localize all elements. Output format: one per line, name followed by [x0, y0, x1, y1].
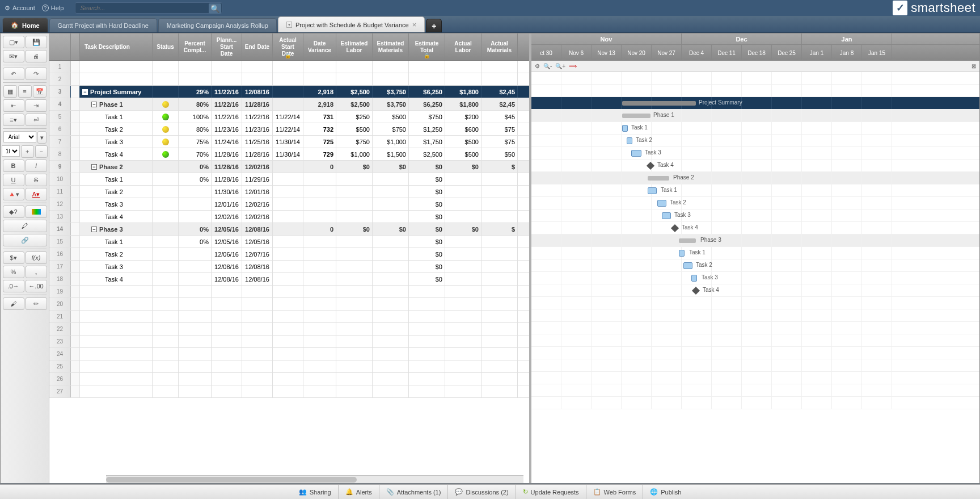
home-tab[interactable]: 🏠 Home	[2, 18, 48, 32]
table-row[interactable]: 15 Task 1 0% 12/05/16 12/05/16 $0	[49, 236, 529, 248]
discussions-button[interactable]: 💬Discussions (2)	[447, 485, 515, 499]
text-color-button[interactable]: A▾	[26, 188, 47, 200]
underline-button[interactable]: U	[3, 174, 24, 186]
link-button[interactable]: 🔗	[3, 234, 47, 246]
gantt-settings-icon[interactable]: ⚙	[535, 63, 540, 69]
table-row[interactable]: 12 Task 3 12/01/16 12/02/16 $0	[49, 198, 529, 211]
col-end[interactable]: End Date	[242, 33, 273, 60]
col-status[interactable]: Status	[153, 33, 179, 60]
expand-icon[interactable]: −	[91, 102, 97, 107]
web-forms-button[interactable]: 📋Web Forms	[586, 485, 643, 499]
table-row[interactable]: 9 −Phase 2 0% 11/28/16 12/02/16 0 $0 $0 …	[49, 161, 529, 173]
gantt-bar[interactable]	[631, 150, 641, 157]
fx-button[interactable]: f(x)	[26, 251, 47, 264]
wrap-button[interactable]: ⏎	[26, 114, 47, 126]
search-input[interactable]	[75, 2, 222, 14]
col-elab[interactable]: Estimated Labor	[336, 33, 373, 60]
table-row[interactable]: 19	[49, 286, 529, 298]
table-row[interactable]: 3 −Project Summary 29% 11/22/16 12/08/16…	[49, 86, 529, 98]
zoom-out-icon[interactable]: 🔍-	[543, 63, 552, 69]
size-select[interactable]: 10	[2, 145, 20, 157]
table-row[interactable]: 10 Task 1 0% 11/28/16 11/29/16 $0	[49, 173, 529, 186]
gantt-bar[interactable]	[683, 262, 692, 269]
table-row[interactable]: 6 Task 2 80% 11/23/16 11/23/16 11/22/14 …	[49, 123, 529, 136]
col-complete[interactable]: Percent Compl...	[179, 33, 212, 60]
tab-menu-icon[interactable]: ▾	[286, 22, 292, 28]
col-etot[interactable]: Estimate Total🔒	[409, 33, 445, 60]
tab-1[interactable]: Marketing Campaign Analysis Rollup	[158, 18, 277, 32]
strike-button[interactable]: S	[26, 174, 47, 186]
col-task[interactable]: Task Description	[80, 33, 153, 60]
font-dropdown[interactable]: ▾	[37, 131, 47, 144]
grid-view-button[interactable]: ▦	[3, 85, 17, 98]
table-row[interactable]: 16 Task 2 12/06/16 12/07/16 $0	[49, 248, 529, 261]
table-row[interactable]: 22	[49, 323, 529, 336]
table-row[interactable]: 20	[49, 298, 529, 311]
attachments-button[interactable]: 📎Attachments (1)	[379, 485, 448, 499]
size-inc[interactable]: +	[21, 145, 34, 158]
format-button[interactable]	[26, 206, 47, 218]
size-dec[interactable]: −	[35, 145, 48, 158]
dec-increase-button[interactable]: ←.00	[26, 280, 47, 292]
col-astart[interactable]: Actual Start Date🔒	[273, 33, 303, 60]
outdent-button[interactable]: ⇤	[3, 99, 24, 112]
redo-button[interactable]: ↷	[26, 68, 47, 80]
calendar-view-button[interactable]: 📅	[33, 85, 47, 98]
col-pstart[interactable]: Plann... Start Date	[212, 33, 242, 60]
col-amat[interactable]: Actual Materials	[481, 33, 518, 60]
update-requests-button[interactable]: ↻Update Requests	[516, 485, 586, 499]
help-link[interactable]: ? Help	[42, 5, 64, 11]
gantt-bar[interactable]	[622, 101, 696, 106]
tab-2[interactable]: ▾ Project with Schedule & Budget Varianc…	[278, 16, 425, 32]
gantt-bar[interactable]	[679, 238, 696, 243]
expand-icon[interactable]: −	[82, 89, 88, 95]
account-link[interactable]: ⚙ Account	[5, 5, 35, 12]
add-tab-button[interactable]: +	[426, 19, 442, 32]
gantt-bar[interactable]	[691, 275, 697, 282]
gantt-bar[interactable]	[627, 137, 632, 144]
sharing-button[interactable]: 👥Sharing	[292, 485, 338, 499]
undo-button[interactable]: ↶	[3, 68, 24, 80]
save-button[interactable]: 💾	[26, 36, 47, 48]
gantt-view-button[interactable]: ≡	[18, 85, 32, 98]
search-button[interactable]: 🔍	[209, 3, 221, 14]
expand-icon[interactable]: −	[91, 227, 97, 232]
gantt-close-icon[interactable]: ⊠	[971, 63, 976, 69]
gantt-bar[interactable]	[648, 187, 657, 194]
close-icon[interactable]: ×	[412, 20, 417, 29]
table-row[interactable]: 17 Task 3 12/08/16 12/08/16 $0	[49, 261, 529, 273]
email-button[interactable]: ✉▾	[3, 50, 24, 62]
bold-button[interactable]: B	[3, 160, 24, 172]
table-row[interactable]: 11 Task 2 11/30/16 12/01/16 $0	[49, 186, 529, 198]
gantt-bar[interactable]	[648, 176, 669, 181]
gantt-bar[interactable]	[622, 125, 628, 132]
comma-button[interactable]: ,	[26, 266, 47, 278]
table-row[interactable]: 14 −Phase 3 0% 12/05/16 12/08/16 0 $0 $0…	[49, 223, 529, 236]
table-row[interactable]: 26	[49, 373, 529, 385]
table-row[interactable]: 4 −Phase 1 80% 11/22/16 11/28/16 2,918 $…	[49, 98, 529, 111]
align-button[interactable]: ≡▾	[3, 114, 24, 126]
expand-icon[interactable]: −	[91, 164, 97, 170]
new-button[interactable]: ▢▾	[3, 36, 24, 48]
table-row[interactable]: 21	[49, 311, 529, 323]
paint-format-button[interactable]: 🖌	[3, 297, 24, 310]
alerts-button[interactable]: 🔔Alerts	[338, 485, 379, 499]
table-row[interactable]: 24	[49, 348, 529, 360]
currency-button[interactable]: $▾	[3, 251, 24, 264]
gantt-bar[interactable]	[679, 250, 685, 257]
publish-button[interactable]: 🌐Publish	[643, 485, 688, 499]
gantt-bar[interactable]	[657, 200, 666, 207]
conditional-format-button[interactable]: ◆?	[3, 206, 24, 218]
table-row[interactable]: 8 Task 4 70% 11/28/16 11/28/16 11/30/14 …	[49, 148, 529, 161]
indent-button[interactable]: ⇥	[26, 99, 47, 112]
print-button[interactable]: 🖨	[26, 50, 47, 62]
gantt-critical-icon[interactable]: ⟹	[569, 63, 577, 69]
table-row[interactable]: 13 Task 4 12/02/16 12/02/16 $0	[49, 211, 529, 223]
percent-button[interactable]: %	[3, 266, 24, 278]
zoom-in-icon[interactable]: 🔍+	[555, 63, 565, 69]
tab-0[interactable]: Gantt Project with Hard Deadline	[49, 18, 157, 32]
gantt-bar[interactable]	[622, 114, 650, 118]
font-select[interactable]: Arial	[3, 131, 36, 142]
col-emat[interactable]: Estimated Materials	[373, 33, 409, 60]
highlight-button[interactable]: 🖍	[3, 220, 47, 232]
